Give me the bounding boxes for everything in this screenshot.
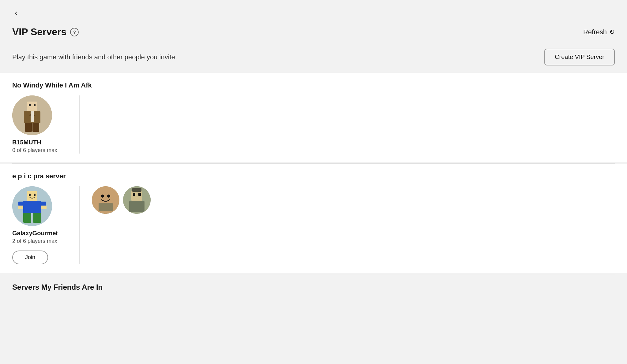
header-left: VIP Servers ? <box>12 26 79 38</box>
server-name-1: No Windy While I Am Afk <box>12 81 615 89</box>
description-text: Play this game with friends and other pe… <box>12 53 177 61</box>
svg-rect-12 <box>29 194 31 196</box>
svg-rect-7 <box>31 111 34 122</box>
join-button-server2[interactable]: Join <box>12 251 48 264</box>
svg-rect-1 <box>27 102 37 111</box>
svg-rect-16 <box>40 202 46 206</box>
owner-avatar-1 <box>12 95 52 135</box>
player-count-2: 2 of 6 players max <box>12 238 57 244</box>
owner-avatar-2 <box>12 186 52 226</box>
server-owner-area-1: B15MUTH 0 of 6 players max <box>12 95 80 154</box>
refresh-icon: ↻ <box>609 28 615 36</box>
player-avatar-small-1 <box>92 186 119 214</box>
svg-rect-27 <box>131 191 142 201</box>
svg-rect-13 <box>34 194 36 196</box>
svg-rect-3 <box>34 104 36 106</box>
server-item-1: No Windy While I Am Afk <box>0 73 627 162</box>
svg-rect-8 <box>25 123 32 132</box>
server-item-2: e p i c pra server <box>0 164 627 273</box>
friends-section-title: Servers My Friends Are In <box>12 283 615 292</box>
server-content-2: GalaxyGourmet 2 of 6 players max Join <box>12 186 615 264</box>
player-count-1: 0 of 6 players max <box>12 147 57 154</box>
refresh-label: Refresh <box>583 28 607 36</box>
server-owner-area-2: GalaxyGourmet 2 of 6 players max Join <box>12 186 80 264</box>
header-section: VIP Servers ? Refresh ↻ <box>0 23 627 44</box>
help-icon[interactable]: ? <box>70 28 79 36</box>
create-vip-server-button[interactable]: Create VIP Server <box>544 49 615 65</box>
back-button[interactable]: ‹ <box>12 7 20 18</box>
svg-point-24 <box>107 195 110 198</box>
svg-rect-11 <box>27 191 37 201</box>
owner-name-2: GalaxyGourmet <box>12 230 58 237</box>
description-section: Play this game with friends and other pe… <box>0 44 627 73</box>
top-bar: ‹ <box>0 0 627 23</box>
page-title: VIP Servers <box>12 26 66 38</box>
server-content-1: B15MUTH 0 of 6 players max <box>12 95 615 154</box>
svg-rect-31 <box>132 188 141 192</box>
svg-point-23 <box>101 195 104 198</box>
svg-rect-14 <box>23 201 41 213</box>
svg-rect-17 <box>18 206 23 209</box>
friends-section: Servers My Friends Are In <box>0 274 627 295</box>
svg-rect-29 <box>138 193 141 196</box>
server-name-2: e p i c pra server <box>12 172 615 180</box>
svg-rect-9 <box>32 123 39 132</box>
svg-rect-2 <box>29 104 31 106</box>
svg-rect-20 <box>33 213 41 223</box>
page-container: ‹ VIP Servers ? Refresh ↻ Play this game… <box>0 0 627 364</box>
svg-rect-18 <box>41 206 47 209</box>
svg-rect-28 <box>133 193 135 196</box>
server-players-area-2 <box>80 186 151 214</box>
player-avatar-small-2 <box>123 186 151 214</box>
svg-rect-25 <box>99 203 113 211</box>
refresh-button[interactable]: Refresh ↻ <box>583 28 615 36</box>
owner-name-1: B15MUTH <box>12 139 41 146</box>
svg-rect-15 <box>18 202 24 206</box>
svg-rect-30 <box>129 201 145 212</box>
svg-rect-19 <box>23 213 31 223</box>
